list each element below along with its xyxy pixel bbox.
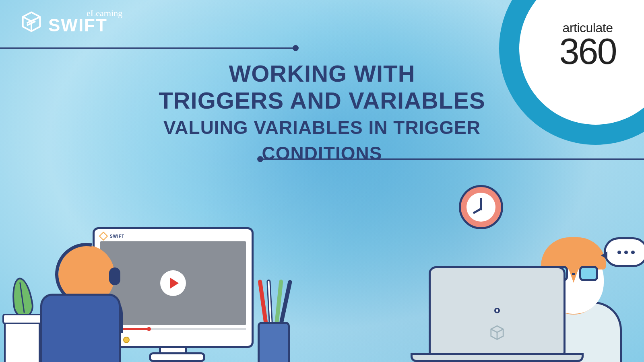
laptop-camera-icon — [494, 308, 500, 313]
clock-face-icon — [466, 193, 495, 222]
play-button-icon — [160, 270, 186, 296]
laptop — [411, 261, 584, 362]
mini-logo-text: SWIFT — [110, 234, 124, 239]
plant-leaf-icon — [9, 276, 35, 319]
clock-icon — [459, 185, 503, 229]
pen-holder-icon — [258, 322, 290, 362]
play-triangle-icon — [170, 278, 179, 289]
illustration-right — [394, 185, 644, 362]
plant-pot-icon — [4, 318, 40, 362]
swift-cube-icon — [20, 10, 43, 33]
laptop-base — [411, 353, 584, 362]
laptop-screen — [429, 266, 566, 355]
chair-icon — [40, 294, 121, 362]
title-line-1: WORKING WITH — [72, 60, 572, 87]
brand-name: SWIFT — [48, 15, 122, 35]
headphone-cup-icon — [109, 267, 120, 285]
illustration-left: SWIFT 👍 ❤ — [0, 201, 298, 362]
pen-white-icon — [266, 280, 273, 324]
subtitle-line-1: VALUING VARIABLES IN TRIGGER — [72, 116, 572, 140]
subtitle-line-2: CONDITIONS — [72, 142, 572, 165]
laptop-logo-icon — [489, 325, 505, 341]
monitor-header: SWIFT — [100, 232, 246, 240]
divider-left — [0, 47, 296, 49]
title-block: WORKING WITH TRIGGERS AND VARIABLES VALU… — [0, 60, 644, 165]
title-line-2: TRIGGERS AND VARIABLES — [72, 87, 572, 114]
dot-icon — [624, 251, 628, 254]
swift-logo: eLearning SWIFT — [20, 8, 122, 35]
dot-icon — [631, 251, 635, 254]
mini-logo-icon — [99, 232, 108, 241]
pen-red-icon — [258, 280, 268, 324]
monitor-stand — [159, 346, 187, 362]
smile-icon — [123, 337, 130, 343]
speech-bubble-icon — [604, 237, 644, 267]
dot-icon — [617, 251, 621, 254]
